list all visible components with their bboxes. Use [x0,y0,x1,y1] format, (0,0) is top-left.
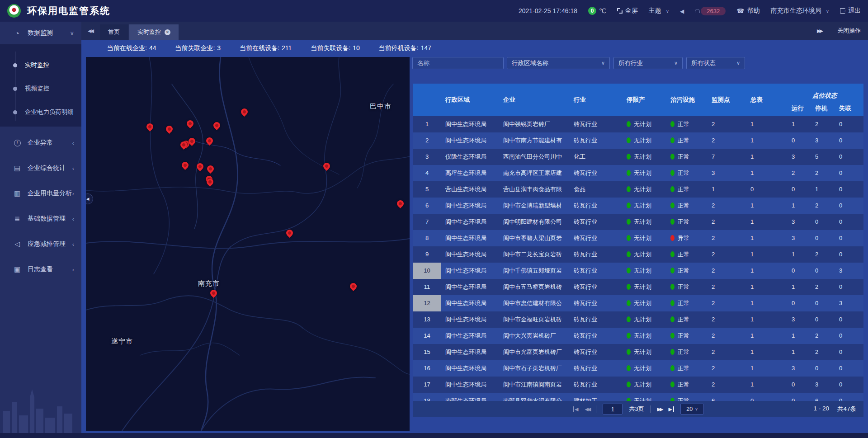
last-page-icon[interactable] [669,406,674,412]
cell-stop-production: 无计划 [624,181,668,198]
table-row[interactable]: 4高坪生态环境局南充市高坪区王家店建砖瓦行业无计划正常31220 [413,165,863,181]
cell-total-meters: 1 [745,344,789,360]
tab-realtime-monitoring[interactable]: 实时监控 [129,24,179,40]
sidebar-item-enterprise-abnormal[interactable]: ! 企业异常 ‹ [0,130,81,155]
table-row[interactable]: 8阆中生态环境局阆中市枣碧大梁山页岩砖瓦行业无计划异常21300 [413,230,863,246]
sidebar-item-power-usage-analysis[interactable]: ▥ 企业用电量分析 ‹ [0,181,81,206]
column-header-total-meters: 总表 [745,84,789,116]
sidebar-item-realtime-monitoring[interactable]: 实时监控 [0,53,81,77]
table-row[interactable]: 3仪陇生态环境局西南油气田分公司川中化工无计划正常71350 [413,149,863,165]
industry-select[interactable]: 所有行业 [613,57,683,69]
cell-offline: 0 [836,311,863,328]
cell-monitor-points: 6 [709,393,745,401]
cell-total-meters: 0 [745,181,789,198]
cell-company: 阆中市忠信建材有限公 [500,295,571,311]
table-row[interactable]: 10阆中生态环境局阆中千佛镇五郎垭页岩砖瓦行业无计划正常21003 [413,263,863,279]
map-panel[interactable]: 巴中市南充市遂宁市 [86,57,410,431]
cell-industry: 砖瓦行业 [571,360,624,377]
status-dot-icon [627,154,631,160]
sidebar-item-power-load-detail[interactable]: 企业电力负荷明细 [0,100,81,124]
datetime: 2021-02-25 17:46:18 [519,7,577,14]
cell-running: 0 [789,393,812,401]
region-select[interactable]: 行政区域名称 [507,57,610,69]
column-header-stop-production: 停限产 [624,84,668,116]
table-row[interactable]: 5营山生态环境局营山县润丰肉食品有限食品无计划正常10010 [413,181,863,198]
user-org-menu[interactable]: 南充市生态环境局 [771,7,829,15]
status-select[interactable]: 所有状态 [686,57,745,69]
city-skyline-decoration [0,384,81,433]
tabs-scroll-left-icon[interactable] [88,28,93,34]
table-row[interactable]: 15阆中生态环境局阆中市光富页岩机砖厂砖瓦行业无计划正常21120 [413,344,863,360]
cell-industry: 砖瓦行业 [571,116,624,132]
table-row[interactable]: 16阆中生态环境局阆中市石子页岩机砖厂砖瓦行业无计划正常21300 [413,360,863,377]
cell-industry: 砖瓦行业 [571,263,624,279]
stat-online-enterprises: 当前在线企业:44 [107,44,156,52]
cell-company: 阆中市南方节能建材有 [500,132,571,149]
cell-stopped: 2 [812,165,836,181]
next-page-icon[interactable] [657,406,662,412]
cell-region: 阆中生态环境局 [441,311,500,328]
table-row[interactable]: 1阆中生态环境局阆中强锐页岩砖厂砖瓦行业无计划正常21120 [413,116,863,132]
row-index: 11 [413,279,441,295]
status-dot-icon [670,251,675,257]
cell-pollution-facility: 正常 [668,214,709,230]
page-size-select[interactable]: 20 [680,404,704,414]
cell-monitor-points: 2 [709,116,745,132]
megaphone-icon: ◁ [13,240,22,248]
sidebar-item-enterprise-statistics[interactable]: ▤ 企业综合统计 ‹ [0,155,81,181]
prev-page-icon[interactable] [585,406,590,412]
status-dot-icon [670,170,675,176]
cell-stop-production: 无计划 [624,116,668,132]
table-row[interactable]: 14阆中生态环境局阆中大兴页岩机砖厂砖瓦行业无计划正常21120 [413,328,863,344]
cell-monitor-points: 2 [709,132,745,149]
logout-button[interactable]: 退出 [840,7,861,15]
cell-pollution-facility: 正常 [668,132,709,149]
table-row[interactable]: 7阆中生态环境局阆中明阳建材有限公司砖瓦行业无计划正常21300 [413,214,863,230]
cell-company: 阆中大兴页岩机砖厂 [500,328,571,344]
layers-icon: ≣ [13,215,22,223]
row-index: 17 [413,377,441,393]
table-row[interactable]: 11阆中生态环境局阆中市五马桥页岩机砖砖瓦行业无计划正常21120 [413,279,863,295]
table-row[interactable]: 17阆中生态环境局阆中市江南镇阆南页岩砖瓦行业无计划正常21030 [413,377,863,393]
sidebar-item-video-monitoring[interactable]: 视频监控 [0,77,81,100]
column-header-index [413,84,441,116]
table-header: 行政区域 企业 行业 停限产 治污设施 监测点 总表 点位状态 运行 停机 失联 [413,84,863,116]
table-row[interactable]: 6阆中生态环境局阆中市金博瑞新型墙材砖瓦行业无计划正常21120 [413,198,863,214]
cell-total-meters: 1 [745,198,789,214]
sidebar-item-log-view[interactable]: ▣ 日志查看 ‹ [0,257,81,282]
theme-menu[interactable]: 主题 [649,7,669,15]
chevron-left-icon: ‹ [72,241,74,248]
fullscreen-button[interactable]: 全屏 [617,7,638,15]
cell-company: 阆中市石子页岩机砖厂 [500,360,571,377]
page-number-input[interactable] [603,404,623,414]
cell-stop-production: 无计划 [624,295,668,311]
cell-running: 1 [789,198,812,214]
cell-pollution-facility: 正常 [668,360,709,377]
table-row[interactable]: 2阆中生态环境局阆中市南方节能建材有砖瓦行业无计划正常21030 [413,132,863,149]
tabs-scroll-right-icon[interactable] [817,28,822,34]
tab-home[interactable]: 首页 [100,24,128,40]
cell-offline: 0 [836,214,863,230]
status-dot-icon [627,251,631,257]
sidebar-item-base-data-management[interactable]: ≣ 基础数据管理 ‹ [0,206,81,231]
help-button[interactable]: 帮助 [736,7,760,15]
table-row[interactable]: 9阆中生态环境局阆中市二龙长宝页岩砖砖瓦行业无计划正常21120 [413,246,863,263]
table-row[interactable]: 13阆中生态环境局阆中市金福旺页岩机砖砖瓦行业无计划正常21300 [413,311,863,328]
first-page-icon[interactable] [573,406,578,412]
table-row[interactable]: 12阆中生态环境局阆中市忠信建材有限公砖瓦行业无计划正常21003 [413,295,863,311]
table-row[interactable]: 18南部生态环境局南部县双华水泥有限公建材加工无计划正常60060 [413,393,863,401]
row-index: 4 [413,165,441,181]
close-tab-icon[interactable] [165,29,170,35]
notifications[interactable]: 2632 [695,7,726,15]
column-header-pollution-facility: 治污设施 [668,84,709,116]
cell-offline: 0 [836,360,863,377]
app-title: 环保用电监管系统 [27,5,110,17]
row-index: 16 [413,360,441,377]
sidebar-item-data-monitoring[interactable]: ◔ 数据监测 ∨ [0,22,81,44]
close-operations-button[interactable]: 关闭操作 [837,27,861,35]
mute-button[interactable] [680,7,684,14]
status-dot-icon [670,316,675,322]
sidebar-item-emergency-reduction[interactable]: ◁ 应急减排管理 ‹ [0,231,81,257]
cell-stop-production: 无计划 [624,279,668,295]
name-search-input[interactable] [412,57,504,69]
